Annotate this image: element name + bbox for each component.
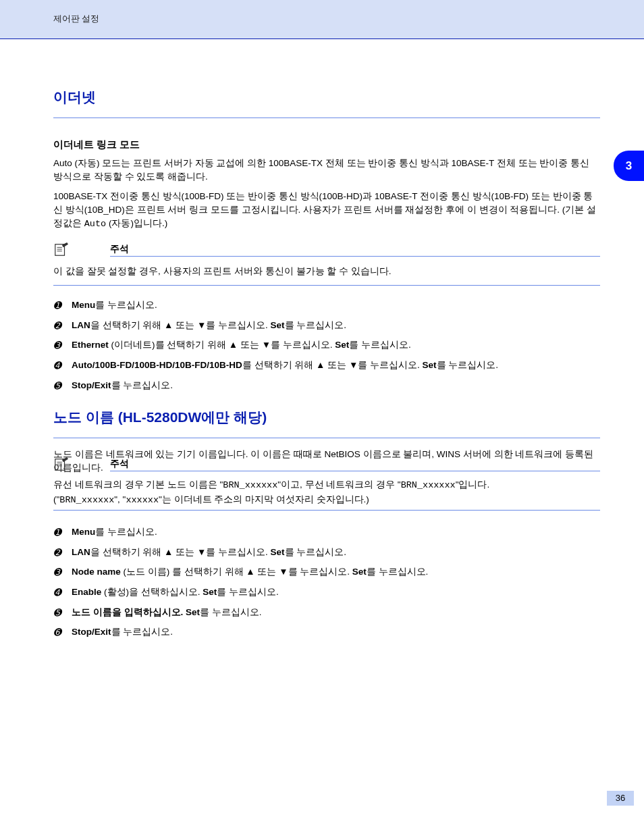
step-number: ➍ (53, 585, 72, 600)
text: (" (53, 494, 59, 504)
step-key: Enable (72, 587, 101, 597)
literal: BRN_xxxxxx (59, 495, 114, 505)
text: 를 누르십시오. (367, 567, 429, 577)
arrow-up-icon: ▲ (229, 340, 238, 350)
chapter-number: 3 (626, 159, 632, 173)
text: 를 누르십시오. (206, 320, 268, 330)
rule (53, 285, 600, 286)
literal: BRN_xxxxxx (401, 480, 456, 490)
step-key: LAN (72, 320, 90, 330)
paragraph: Auto (자동) 모드는 프린트 서버가 자동 교섭에 의한 100BASE-… (53, 157, 600, 184)
text: 를 누르십시오. (285, 320, 347, 330)
step-row: ➋LAN을 선택하기 위해 ▲ 또는 ▼를 누르십시오. Set를 누르십시오. (53, 546, 600, 561)
note-icon (53, 242, 68, 257)
section-title-nodename: 노드 이름 (HL-5280DW에만 해당) (53, 408, 600, 427)
arrow-up-icon: Set (203, 587, 217, 597)
arrow-up-icon: ▲ (164, 320, 173, 330)
step-key: Menu (72, 300, 95, 310)
text: 를 누르십시오. (285, 547, 347, 557)
arrow-down-icon: ▼ (197, 547, 206, 557)
rule (110, 471, 600, 471)
note-body: 유선 네트워크의 경우 기본 노드 이름은 "BRN_xxxxxx"이고, 무선… (53, 478, 600, 508)
text: 또는 (238, 340, 262, 350)
step-key: LAN (72, 547, 90, 557)
step-key: Set (268, 320, 285, 330)
step-number: ➌ (53, 565, 72, 580)
step-number: ➊ (53, 525, 72, 540)
step-row: ➌Node name (노드 이름) 를 선택하기 위해 ▲ 또는 ▼를 누르십… (53, 565, 600, 580)
arrow-up-icon: ▲ (316, 360, 325, 370)
step-key: Auto/100B-FD/100B-HD/10B-FD/10B-HD (72, 360, 242, 370)
text: 을 선택하기 위해 (90, 320, 164, 330)
chapter-thumb-tab: 3 (614, 151, 644, 181)
step-number: ➊ (53, 298, 72, 313)
step-number: ➎ (53, 606, 72, 621)
text: 를 누르십시오. (437, 360, 499, 370)
step-key: Stop/Exit (72, 627, 111, 637)
step-body: 노드 이름을 입력하십시오. Set를 누르십시오. (72, 606, 600, 621)
paragraph: 100BASE-TX 전이중 통신 방식(100B-FD) 또는 반이중 통신 … (53, 190, 600, 232)
literal-auto: Auto (84, 219, 106, 229)
text: ", " (114, 494, 126, 504)
text: 유선 네트워크의 경우 기본 노드 이름은 " (53, 479, 223, 490)
text: (이더네트)를 선택하기 위해 (109, 340, 229, 350)
note-text: 이 값을 잘못 설정할 경우, 사용자의 프린트 서버와 통신이 불가능 할 수… (53, 265, 600, 278)
text: 를 누르십시오. (271, 340, 333, 350)
step-key: Stop/Exit (72, 380, 111, 390)
step-key: Ethernet (72, 340, 109, 350)
note-label: 주석 (110, 243, 129, 255)
rule (110, 256, 600, 257)
text: 를 누르십시오. (206, 547, 268, 557)
section-title-ethernet: 이더넷 (53, 88, 600, 107)
text: "이고, 무선 네트워크의 경우 " (277, 479, 400, 490)
step-number: ➍ (53, 359, 72, 373)
step-row: ➏Stop/Exit를 누르십시오. (53, 625, 600, 640)
step-body: LAN을 선택하기 위해 ▲ 또는 ▼를 누르십시오. Set를 누르십시오. (72, 319, 600, 334)
text: 를 누르십시오. (288, 567, 350, 577)
step-key: Set (268, 547, 285, 557)
text: 를 누르십시오. (95, 300, 157, 310)
text: "입니다. (456, 479, 490, 490)
page-number: 36 (607, 791, 634, 806)
literal: BRN_xxxxxx (223, 480, 277, 490)
step-row: ➊Menu를 누르십시오. (53, 525, 600, 540)
step-key: Set (420, 360, 437, 370)
text: "는 이더네트 주소의 마지막 여섯자리 숫자입니다.) (159, 494, 369, 504)
running-head: 제어판 설정 (53, 14, 99, 25)
note-label: 주석 (110, 458, 129, 470)
text: 를 누르십시오. (217, 587, 279, 597)
step-key: Set (183, 607, 200, 617)
step-row: ➋LAN을 선택하기 위해 ▲ 또는 ▼를 누르십시오. Set를 누르십시오. (53, 319, 600, 334)
rule (53, 118, 600, 118)
text: (노드 이름) 를 선택하기 위해 (121, 567, 246, 577)
step-number: ➋ (53, 319, 72, 334)
arrow-up-icon: ▲ (246, 567, 254, 577)
text: (활성)을 선택하십시오. (101, 587, 203, 597)
step-row: ➊Menu를 누르십시오. (53, 298, 600, 313)
rule (53, 438, 600, 438)
step-key: Set (333, 340, 350, 350)
subheading-link-mode: 이더네트 링크 모드 (53, 138, 600, 151)
arrow-down-icon: ▼ (279, 567, 288, 577)
step-key: Node name (72, 567, 121, 577)
step-number: ➋ (53, 546, 72, 561)
text: 를 누르십시오. (95, 527, 157, 537)
text: 또는 (255, 567, 279, 577)
rule (53, 510, 600, 511)
arrow-up-icon: ▲ (164, 547, 173, 557)
step-row: ➎노드 이름을 입력하십시오. Set를 누르십시오. (53, 606, 600, 621)
text: (자동)입니다.) (106, 218, 167, 228)
step-row: ➌Ethernet (이더네트)를 선택하기 위해 ▲ 또는 ▼를 누르십시오.… (53, 338, 600, 353)
step-body: Menu를 누르십시오. (72, 298, 600, 313)
text: 를 누르십시오. (200, 607, 262, 617)
text: 를 누르십시오. (358, 360, 420, 370)
text: 또는 (173, 547, 197, 557)
step-body: Menu를 누르십시오. (72, 525, 600, 540)
step-body: Auto/100B-FD/100B-HD/10B-FD/10B-HD를 선택하기… (72, 359, 600, 373)
step-body: LAN을 선택하기 위해 ▲ 또는 ▼를 누르십시오. Set를 누르십시오. (72, 546, 600, 561)
text: 를 누르십시오. (111, 380, 173, 390)
note-icon (53, 457, 68, 472)
arrow-down-icon: ▼ (349, 360, 358, 370)
step-body: Stop/Exit를 누르십시오. (72, 625, 600, 640)
step-number: ➏ (53, 625, 72, 640)
